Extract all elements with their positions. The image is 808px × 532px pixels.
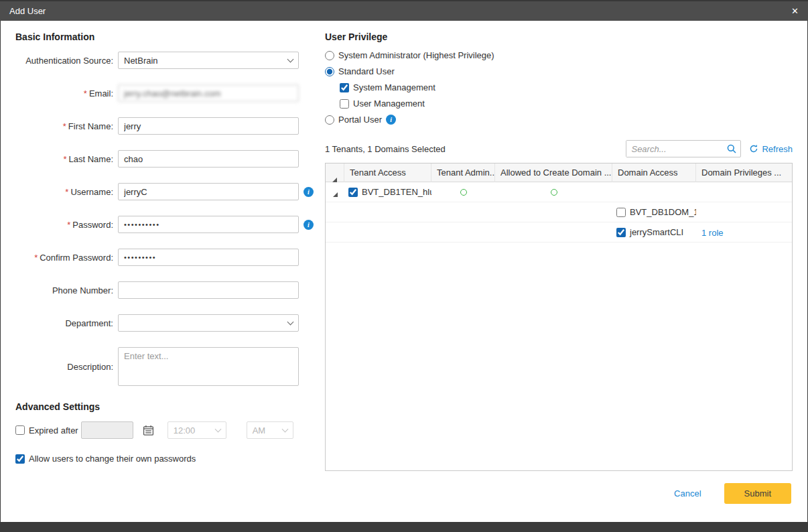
standard-user-label: Standard User: [338, 66, 395, 76]
col-allowed-create-domain[interactable]: Allowed to Create Domain ...: [495, 163, 612, 182]
phone-number-label: Phone Number:: [15, 285, 113, 295]
time-value: 12:00: [174, 425, 196, 436]
add-user-dialog: Add User ✕ Basic Information Authenticat…: [0, 0, 808, 532]
selection-summary: 1 Tenants, 1 Domains Selected: [325, 144, 446, 154]
allowed-create-cell: [495, 189, 612, 196]
domain-access-cell: jerrySmartCLI: [612, 227, 696, 237]
domain-name: jerrySmartCLI: [630, 227, 683, 237]
close-icon[interactable]: ✕: [791, 7, 799, 15]
refresh-icon: [749, 144, 758, 153]
department-select[interactable]: [118, 314, 299, 332]
standard-user-radio[interactable]: [325, 67, 334, 76]
tenant-access-cell: BVT_DB1TEN_hlu: [344, 187, 431, 197]
email-field[interactable]: [118, 84, 299, 102]
col-tenant-admin[interactable]: Tenant Admin...: [431, 163, 495, 182]
basic-information-heading: Basic Information: [15, 31, 314, 42]
expired-after-row: Expired after 12:00: [15, 421, 314, 439]
password-field[interactable]: [118, 216, 299, 233]
tenant-table-body: BVT_DB1TEN_hlu BVT_DB1DOM_1m: [326, 182, 792, 243]
collapse-all-icon[interactable]: [332, 178, 337, 182]
form-row-confirm-password: *Confirm Password:: [15, 249, 314, 266]
last-name-field[interactable]: [118, 150, 299, 168]
tenant-admin-indicator[interactable]: [460, 189, 467, 196]
dialog-title: Add User: [9, 6, 46, 16]
user-privilege-section: User Privilege System Administrator (Hig…: [325, 31, 793, 522]
required-asterisk: *: [63, 154, 66, 164]
domain-checkbox[interactable]: [616, 208, 626, 217]
refresh-button[interactable]: Refresh: [749, 144, 793, 154]
search-icon[interactable]: [723, 141, 740, 157]
required-asterisk: *: [34, 253, 38, 263]
role-link[interactable]: [696, 208, 701, 218]
form-row-password: *Password: i: [15, 216, 314, 233]
required-asterisk: *: [67, 220, 70, 230]
first-name-field[interactable]: [118, 117, 299, 135]
expired-after-checkbox[interactable]: [15, 425, 25, 435]
collapse-row-icon[interactable]: [333, 192, 338, 197]
description-label: Description:: [15, 362, 113, 372]
info-icon[interactable]: i: [386, 115, 396, 125]
cancel-button[interactable]: Cancel: [674, 488, 701, 498]
phone-number-field[interactable]: [118, 281, 299, 299]
radio-row-portal-user: Portal User i: [325, 115, 793, 125]
description-field[interactable]: [118, 347, 299, 386]
advanced-settings-heading: Advanced Settings: [15, 401, 314, 412]
chevron-down-icon: [287, 318, 294, 325]
domain-row: jerrySmartCLI 1 role: [326, 222, 792, 243]
dialog-titlebar: Add User ✕: [0, 0, 808, 21]
info-icon[interactable]: i: [304, 187, 314, 197]
confirm-password-field[interactable]: [118, 249, 299, 266]
calendar-icon[interactable]: [143, 425, 154, 436]
email-label: *Email:: [15, 88, 113, 98]
portal-user-radio[interactable]: [325, 115, 334, 125]
allow-password-change-checkbox[interactable]: [15, 454, 25, 464]
form-row-authentication-source: Authentication Source: NetBrain: [15, 52, 314, 69]
user-management-checkbox[interactable]: [340, 99, 349, 109]
search-box: [626, 140, 741, 157]
row-expander-cell[interactable]: [326, 182, 344, 202]
info-icon[interactable]: i: [304, 220, 314, 230]
form-row-username: *Username: i: [15, 183, 314, 200]
system-management-checkbox[interactable]: [340, 83, 349, 92]
username-field[interactable]: [118, 183, 299, 200]
tenant-table-header: Tenant Access Tenant Admin... Allowed to…: [326, 163, 792, 182]
col-domain-access[interactable]: Domain Access: [612, 163, 696, 182]
system-admin-radio[interactable]: [325, 51, 334, 60]
authentication-source-select[interactable]: NetBrain: [118, 52, 299, 69]
domain-checkbox[interactable]: [616, 228, 626, 237]
col-domain-privileges[interactable]: Domain Privileges ...: [696, 163, 792, 182]
last-name-label: *Last Name:: [15, 154, 113, 164]
user-management-label: User Management: [353, 98, 425, 109]
expired-after-label: Expired after: [29, 425, 78, 436]
collapse-all-cell[interactable]: [326, 163, 344, 182]
tenant-table: Tenant Access Tenant Admin... Allowed to…: [325, 163, 793, 471]
form-row-department: Department:: [15, 314, 314, 332]
radio-row-standard-user: Standard User: [325, 66, 793, 76]
meridiem-select[interactable]: AM: [247, 421, 293, 439]
submit-button[interactable]: Submit: [724, 483, 791, 504]
password-label: *Password:: [15, 220, 113, 230]
form-row-description: Description:: [15, 347, 314, 386]
tenant-checkbox[interactable]: [348, 188, 358, 197]
role-link[interactable]: 1 role: [696, 228, 724, 238]
tenant-row: BVT_DB1TEN_hlu: [326, 182, 792, 202]
basic-information-section: Basic Information Authentication Source:…: [15, 31, 314, 522]
department-label: Department:: [15, 318, 113, 328]
expire-date-input[interactable]: [81, 421, 133, 439]
required-asterisk: *: [65, 187, 68, 197]
required-asterisk: *: [63, 121, 66, 131]
search-input[interactable]: [626, 141, 723, 157]
dialog-footer: Cancel Submit: [325, 483, 793, 504]
allowed-create-indicator[interactable]: [551, 189, 557, 196]
toolbar-right: Refresh: [626, 140, 793, 157]
system-management-label: System Management: [353, 82, 435, 92]
col-tenant-access[interactable]: Tenant Access: [344, 163, 431, 182]
dialog-body: Basic Information Authentication Source:…: [1, 21, 807, 522]
checkbox-row-system-management: System Management: [340, 82, 793, 92]
confirm-password-label: *Confirm Password:: [15, 253, 113, 263]
first-name-label: *First Name:: [15, 121, 113, 131]
time-select[interactable]: 12:00: [167, 421, 226, 439]
chevron-down-icon: [287, 56, 294, 62]
form-row-phone: Phone Number:: [15, 281, 314, 299]
chevron-down-icon: [281, 425, 288, 432]
